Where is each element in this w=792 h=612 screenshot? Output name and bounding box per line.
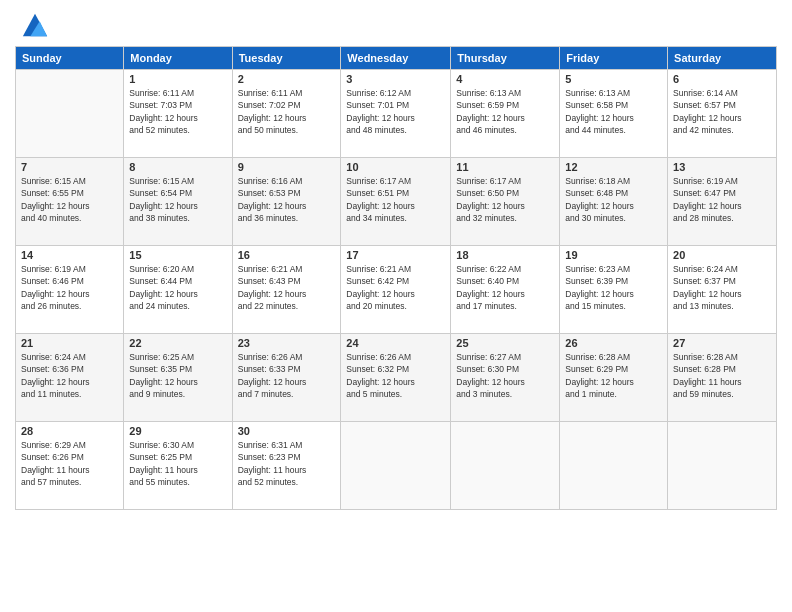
day-info: Sunrise: 6:15 AMSunset: 6:55 PMDaylight:…: [21, 175, 118, 224]
day-number: 21: [21, 337, 118, 349]
day-info: Sunrise: 6:21 AMSunset: 6:43 PMDaylight:…: [238, 263, 336, 312]
day-number: 13: [673, 161, 771, 173]
calendar-cell: 5Sunrise: 6:13 AMSunset: 6:58 PMDaylight…: [560, 70, 668, 158]
logo: [15, 10, 49, 38]
calendar-header-row: SundayMondayTuesdayWednesdayThursdayFrid…: [16, 47, 777, 70]
calendar-cell: [16, 70, 124, 158]
day-info: Sunrise: 6:26 AMSunset: 6:33 PMDaylight:…: [238, 351, 336, 400]
day-info: Sunrise: 6:12 AMSunset: 7:01 PMDaylight:…: [346, 87, 445, 136]
calendar-cell: 3Sunrise: 6:12 AMSunset: 7:01 PMDaylight…: [341, 70, 451, 158]
page: SundayMondayTuesdayWednesdayThursdayFrid…: [0, 0, 792, 612]
calendar-cell: 9Sunrise: 6:16 AMSunset: 6:53 PMDaylight…: [232, 158, 341, 246]
col-header-wednesday: Wednesday: [341, 47, 451, 70]
calendar-week-4: 21Sunrise: 6:24 AMSunset: 6:36 PMDayligh…: [16, 334, 777, 422]
day-info: Sunrise: 6:14 AMSunset: 6:57 PMDaylight:…: [673, 87, 771, 136]
col-header-monday: Monday: [124, 47, 232, 70]
calendar-week-5: 28Sunrise: 6:29 AMSunset: 6:26 PMDayligh…: [16, 422, 777, 510]
day-info: Sunrise: 6:30 AMSunset: 6:25 PMDaylight:…: [129, 439, 226, 488]
calendar-cell: 10Sunrise: 6:17 AMSunset: 6:51 PMDayligh…: [341, 158, 451, 246]
calendar-week-1: 1Sunrise: 6:11 AMSunset: 7:03 PMDaylight…: [16, 70, 777, 158]
calendar-cell: 19Sunrise: 6:23 AMSunset: 6:39 PMDayligh…: [560, 246, 668, 334]
logo-icon: [21, 10, 49, 38]
calendar-cell: 21Sunrise: 6:24 AMSunset: 6:36 PMDayligh…: [16, 334, 124, 422]
day-number: 17: [346, 249, 445, 261]
day-info: Sunrise: 6:17 AMSunset: 6:50 PMDaylight:…: [456, 175, 554, 224]
calendar-cell: [668, 422, 777, 510]
calendar-cell: 24Sunrise: 6:26 AMSunset: 6:32 PMDayligh…: [341, 334, 451, 422]
day-info: Sunrise: 6:11 AMSunset: 7:03 PMDaylight:…: [129, 87, 226, 136]
day-info: Sunrise: 6:16 AMSunset: 6:53 PMDaylight:…: [238, 175, 336, 224]
calendar-cell: 26Sunrise: 6:28 AMSunset: 6:29 PMDayligh…: [560, 334, 668, 422]
day-number: 3: [346, 73, 445, 85]
day-info: Sunrise: 6:23 AMSunset: 6:39 PMDaylight:…: [565, 263, 662, 312]
calendar-cell: 16Sunrise: 6:21 AMSunset: 6:43 PMDayligh…: [232, 246, 341, 334]
col-header-thursday: Thursday: [451, 47, 560, 70]
day-info: Sunrise: 6:29 AMSunset: 6:26 PMDaylight:…: [21, 439, 118, 488]
calendar-cell: 11Sunrise: 6:17 AMSunset: 6:50 PMDayligh…: [451, 158, 560, 246]
calendar-cell: [560, 422, 668, 510]
calendar-cell: 4Sunrise: 6:13 AMSunset: 6:59 PMDaylight…: [451, 70, 560, 158]
calendar-cell: 6Sunrise: 6:14 AMSunset: 6:57 PMDaylight…: [668, 70, 777, 158]
day-info: Sunrise: 6:18 AMSunset: 6:48 PMDaylight:…: [565, 175, 662, 224]
day-number: 22: [129, 337, 226, 349]
calendar-cell: 2Sunrise: 6:11 AMSunset: 7:02 PMDaylight…: [232, 70, 341, 158]
day-number: 30: [238, 425, 336, 437]
calendar-cell: 22Sunrise: 6:25 AMSunset: 6:35 PMDayligh…: [124, 334, 232, 422]
day-number: 25: [456, 337, 554, 349]
calendar-table: SundayMondayTuesdayWednesdayThursdayFrid…: [15, 46, 777, 510]
day-info: Sunrise: 6:24 AMSunset: 6:36 PMDaylight:…: [21, 351, 118, 400]
day-number: 12: [565, 161, 662, 173]
day-number: 9: [238, 161, 336, 173]
day-info: Sunrise: 6:27 AMSunset: 6:30 PMDaylight:…: [456, 351, 554, 400]
day-info: Sunrise: 6:26 AMSunset: 6:32 PMDaylight:…: [346, 351, 445, 400]
day-number: 4: [456, 73, 554, 85]
day-info: Sunrise: 6:15 AMSunset: 6:54 PMDaylight:…: [129, 175, 226, 224]
calendar-cell: [341, 422, 451, 510]
calendar-cell: 29Sunrise: 6:30 AMSunset: 6:25 PMDayligh…: [124, 422, 232, 510]
header: [15, 10, 777, 38]
day-info: Sunrise: 6:19 AMSunset: 6:47 PMDaylight:…: [673, 175, 771, 224]
calendar-week-2: 7Sunrise: 6:15 AMSunset: 6:55 PMDaylight…: [16, 158, 777, 246]
col-header-friday: Friday: [560, 47, 668, 70]
calendar-cell: 12Sunrise: 6:18 AMSunset: 6:48 PMDayligh…: [560, 158, 668, 246]
day-number: 29: [129, 425, 226, 437]
day-number: 2: [238, 73, 336, 85]
day-number: 19: [565, 249, 662, 261]
day-number: 14: [21, 249, 118, 261]
calendar-cell: 27Sunrise: 6:28 AMSunset: 6:28 PMDayligh…: [668, 334, 777, 422]
day-number: 5: [565, 73, 662, 85]
calendar-cell: 13Sunrise: 6:19 AMSunset: 6:47 PMDayligh…: [668, 158, 777, 246]
day-number: 26: [565, 337, 662, 349]
day-number: 18: [456, 249, 554, 261]
day-info: Sunrise: 6:19 AMSunset: 6:46 PMDaylight:…: [21, 263, 118, 312]
day-number: 28: [21, 425, 118, 437]
day-info: Sunrise: 6:13 AMSunset: 6:59 PMDaylight:…: [456, 87, 554, 136]
day-number: 8: [129, 161, 226, 173]
calendar-cell: 23Sunrise: 6:26 AMSunset: 6:33 PMDayligh…: [232, 334, 341, 422]
day-number: 10: [346, 161, 445, 173]
day-info: Sunrise: 6:24 AMSunset: 6:37 PMDaylight:…: [673, 263, 771, 312]
day-info: Sunrise: 6:21 AMSunset: 6:42 PMDaylight:…: [346, 263, 445, 312]
col-header-sunday: Sunday: [16, 47, 124, 70]
day-info: Sunrise: 6:25 AMSunset: 6:35 PMDaylight:…: [129, 351, 226, 400]
calendar-cell: [451, 422, 560, 510]
calendar-week-3: 14Sunrise: 6:19 AMSunset: 6:46 PMDayligh…: [16, 246, 777, 334]
calendar-cell: 30Sunrise: 6:31 AMSunset: 6:23 PMDayligh…: [232, 422, 341, 510]
day-number: 20: [673, 249, 771, 261]
calendar-cell: 1Sunrise: 6:11 AMSunset: 7:03 PMDaylight…: [124, 70, 232, 158]
day-number: 24: [346, 337, 445, 349]
day-info: Sunrise: 6:28 AMSunset: 6:28 PMDaylight:…: [673, 351, 771, 400]
day-number: 27: [673, 337, 771, 349]
day-number: 7: [21, 161, 118, 173]
day-number: 15: [129, 249, 226, 261]
day-number: 1: [129, 73, 226, 85]
col-header-saturday: Saturday: [668, 47, 777, 70]
calendar-cell: 20Sunrise: 6:24 AMSunset: 6:37 PMDayligh…: [668, 246, 777, 334]
calendar-cell: 28Sunrise: 6:29 AMSunset: 6:26 PMDayligh…: [16, 422, 124, 510]
day-number: 11: [456, 161, 554, 173]
day-info: Sunrise: 6:17 AMSunset: 6:51 PMDaylight:…: [346, 175, 445, 224]
day-info: Sunrise: 6:31 AMSunset: 6:23 PMDaylight:…: [238, 439, 336, 488]
day-number: 23: [238, 337, 336, 349]
day-number: 6: [673, 73, 771, 85]
calendar-cell: 25Sunrise: 6:27 AMSunset: 6:30 PMDayligh…: [451, 334, 560, 422]
